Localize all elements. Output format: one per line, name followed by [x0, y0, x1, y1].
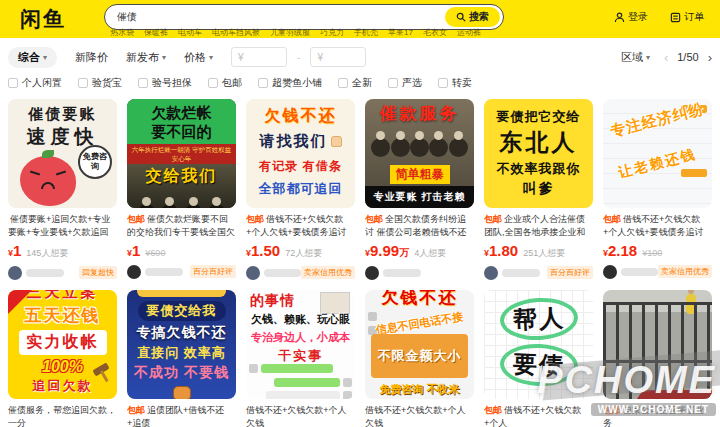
price: ¥1.80251人想要: [484, 242, 593, 260]
fist-icon: [173, 386, 191, 399]
image-text: 专搞欠钱不还: [127, 324, 236, 342]
seller-row: 百分百好评: [484, 265, 593, 280]
seller-avatar[interactable]: [603, 265, 617, 279]
sort-label: 价格: [184, 50, 206, 65]
checkbox[interactable]: [208, 78, 218, 88]
hot-word[interactable]: 电动车: [178, 27, 202, 38]
image-text: 欠钱不还: [365, 290, 474, 309]
product-card[interactable]: 专注经济纠纷 让老赖还钱 包邮借钱不还+欠钱欠款+个人欠钱+要钱债务追讨+追债+…: [603, 99, 712, 280]
product-image: 要债把它交给 东北人 不效率我跟你 叫爹: [484, 99, 593, 208]
product-card[interactable]: 欠钱不还 请找我们 有记录 有借条 全部都可追回 包邮借钱不还+欠钱欠款+个人欠…: [246, 99, 355, 280]
filter-inspection[interactable]: 验货宝: [78, 76, 122, 90]
sort-comprehensive[interactable]: 综合 ▾: [8, 47, 57, 68]
seller-row: 卖家信用优秀: [246, 265, 355, 280]
price: ¥2.18¥100: [603, 242, 712, 259]
product-image: 欠钱不还 信息不回电话不接 不限金额大小 免费咨询 不收米: [365, 290, 474, 399]
free-shipping-tag: 包邮: [484, 405, 502, 415]
seller-avatar[interactable]: [246, 266, 260, 280]
filter-free-shipping[interactable]: 包邮: [208, 76, 242, 90]
checkbox[interactable]: [138, 78, 148, 88]
hot-word[interactable]: 保暖裤: [144, 27, 168, 38]
image-text: 欠款烂帐要不回的: [127, 99, 236, 144]
sort-price[interactable]: 价格 ▾: [184, 50, 213, 65]
product-grid-row1: 催债要账 速度快 免费咨询 催债要账+追回欠款+专业要账+专业要钱+欠款追回+催…: [0, 99, 720, 280]
product-card[interactable]: 欠款烂帐要不回的 六年执行烂账一朝清 守护百姓权益安心年 交给我们 包邮催债欠款…: [127, 99, 236, 280]
product-card[interactable]: 要债把它交给 东北人 不效率我跟你 叫爹 包邮企业或个人合法催债团队,全国各地承…: [484, 99, 593, 280]
product-card[interactable]: 欠钱不还 信息不回电话不接 不限金额大小 免费咨询 不收米 借钱不还+欠钱欠款+…: [365, 290, 474, 427]
sort-newly-listed[interactable]: 新发布 ▾: [126, 50, 166, 65]
product-card[interactable]: 催款服务 简单粗暴 专业要账 打击老赖 包邮全国欠款债务纠纷追讨 催债公司老赖借…: [365, 99, 474, 280]
filter-right-group: 区域 ▾ ‹ 1/50 ›: [621, 46, 712, 68]
seller-tag: 卖家信用优秀: [658, 265, 712, 278]
sort-new-price-drop[interactable]: 新降价: [75, 50, 108, 65]
filter-resell[interactable]: 转卖: [438, 76, 472, 90]
product-title: 借钱不还+欠钱欠款+个人欠钱: [365, 404, 474, 427]
filter-brand-new[interactable]: 全新: [338, 76, 372, 90]
product-card[interactable]: 包邮自家公司主营催债业务: [603, 290, 712, 427]
hot-word[interactable]: 运动裤: [457, 27, 481, 38]
checkbox[interactable]: [258, 78, 268, 88]
seller-avatar[interactable]: [365, 266, 379, 280]
product-card[interactable]: 三天立案 五天还钱 实力收帐 100% 追回欠款 催债服务，帮您追回欠款，一分: [8, 290, 117, 427]
hot-word[interactable]: 巧克力: [320, 27, 344, 38]
free-shipping-tag: 包邮: [603, 214, 621, 224]
product-image: 欠款烂帐要不回的 六年执行烂账一朝清 守护百姓权益安心年 交给我们: [127, 99, 236, 208]
search-button[interactable]: 搜索: [445, 7, 500, 27]
login-link[interactable]: 登录: [614, 10, 648, 24]
hot-word[interactable]: 毛衣女: [423, 27, 447, 38]
free-shipping-tag: 包邮: [365, 214, 383, 224]
caret-down-icon: ▾: [43, 53, 47, 62]
sort-label: 新发布: [126, 50, 159, 65]
image-text: 催款服务: [365, 99, 474, 125]
chat-bubble: [261, 364, 333, 373]
price-max-input[interactable]: ¥: [310, 47, 366, 67]
checkbox[interactable]: [78, 78, 88, 88]
search-input[interactable]: [117, 12, 445, 23]
hot-word[interactable]: 儿童羽绒服: [270, 27, 310, 38]
seller-tag: 回复超快: [79, 266, 117, 279]
product-card[interactable]: 要债交给我 专搞欠钱不还 直接问 效率高 不成功 不要钱 包邮追债团队+借钱不还…: [127, 290, 236, 427]
image-text: 简单粗暴: [390, 165, 450, 184]
product-image: 的事情 欠钱、赖账、玩心眼 专治身边人，小成本 干实事: [246, 290, 355, 399]
checkbox[interactable]: [8, 78, 18, 88]
filter-personal-idle[interactable]: 个人闲置: [8, 76, 62, 90]
product-grid-row2: 三天立案 五天还钱 实力收帐 100% 追回欠款 催债服务，帮您追回欠款，一分 …: [0, 290, 720, 427]
next-page-button[interactable]: ›: [708, 50, 712, 65]
product-image: 催款服务 简单粗暴 专业要账 打击老赖: [365, 99, 474, 208]
image-text: 请找我们: [260, 132, 328, 151]
site-logo[interactable]: 闲鱼: [20, 5, 66, 33]
hot-word[interactable]: 手机壳: [354, 27, 378, 38]
image-text: 欠钱不还: [246, 106, 355, 127]
product-image: 催债要账 速度快 免费咨询: [8, 99, 117, 208]
checkbox[interactable]: [338, 78, 348, 88]
product-card[interactable]: 帮人 要债 包邮借钱不还+欠钱欠款+个人: [484, 290, 593, 427]
wants-count: 145人想要: [26, 247, 68, 260]
hot-word[interactable]: 热水袋: [110, 27, 134, 38]
product-card[interactable]: 催债要账 速度快 免费咨询 催债要账+追回欠款+专业要账+专业要钱+欠款追回+催…: [8, 99, 117, 280]
seller-avatar[interactable]: [484, 266, 498, 280]
people-photo: [365, 131, 474, 140]
filter-strict-select[interactable]: 严选: [388, 76, 422, 90]
image-text: 不限金额大小: [371, 334, 468, 378]
hot-word[interactable]: 苹果17: [388, 27, 413, 38]
checkbox[interactable]: [388, 78, 398, 88]
checkbox[interactable]: [438, 78, 448, 88]
region-filter[interactable]: 区域 ▾: [621, 50, 650, 65]
seller-avatar[interactable]: [8, 266, 22, 280]
seller-name-blurred: [383, 269, 421, 277]
seller-row: 卖家信用优秀: [603, 264, 712, 279]
orders-link[interactable]: 订单: [670, 10, 704, 24]
search-icon: [456, 12, 466, 22]
price-min-input[interactable]: ¥: [231, 47, 287, 67]
product-image: 帮人 要债: [484, 290, 593, 399]
hot-word[interactable]: 电动车挡风被: [212, 27, 260, 38]
seller-avatar[interactable]: [127, 265, 141, 279]
filter-account-guarantee[interactable]: 验号担保: [138, 76, 192, 90]
price: ¥1145人想要: [8, 242, 117, 260]
image-photo-area: 交给我们: [127, 164, 236, 208]
filter-super-shop[interactable]: 超赞鱼小铺: [258, 76, 322, 90]
image-text: 的事情: [250, 292, 295, 310]
chat-avatar: [343, 391, 352, 399]
prev-page-button[interactable]: ‹: [664, 50, 668, 65]
product-card[interactable]: 的事情 欠钱、赖账、玩心眼 专治身边人，小成本 干实事 借钱不还+欠钱欠款+个人…: [246, 290, 355, 427]
